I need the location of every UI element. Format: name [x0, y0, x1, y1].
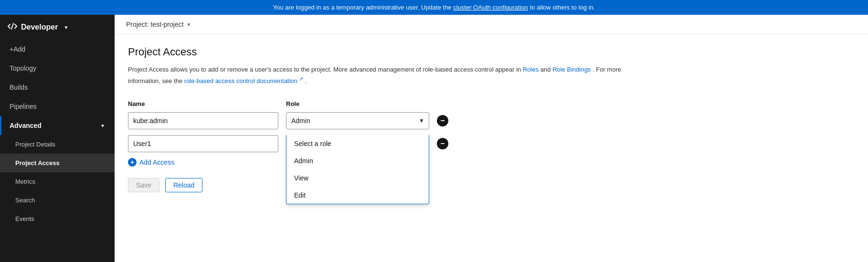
advanced-label: Advanced: [10, 122, 42, 129]
dev-icon: [8, 21, 17, 33]
role-dropdown-menu: Select a role Admin View Edit: [286, 135, 429, 204]
minus-icon-row1: −: [440, 117, 445, 125]
sidebar-item-events[interactable]: Events: [0, 210, 115, 228]
pipelines-label: Pipelines: [10, 103, 37, 110]
dropdown-option-view[interactable]: View: [286, 169, 429, 187]
reload-button[interactable]: Reload: [165, 178, 202, 192]
app-name: Developer: [21, 23, 58, 31]
desc-text-2: and: [540, 66, 552, 73]
main-content: Project: test-project ▼ Project Access P…: [115, 15, 868, 262]
col-name-header: Name: [128, 100, 145, 107]
option-label-admin: Admin: [294, 157, 313, 165]
project-dropdown-arrow-icon: ▼: [187, 22, 191, 27]
page-description: Project Access allows you to add or remo…: [128, 65, 653, 86]
remove-button-row1[interactable]: −: [437, 115, 448, 126]
sidebar-item-project-access[interactable]: Project Access: [0, 154, 115, 172]
table-headers: Name Role: [128, 100, 855, 107]
builds-label: Builds: [10, 84, 28, 91]
search-label: Search: [15, 197, 35, 204]
add-label: +Add: [10, 45, 25, 53]
name-input-row1[interactable]: [128, 112, 278, 129]
sidebar-item-builds[interactable]: Builds: [0, 78, 115, 97]
sidebar-item-topology[interactable]: Topology: [0, 59, 115, 78]
name-input-row2[interactable]: [128, 135, 278, 152]
project-details-label: Project Details: [15, 141, 55, 148]
sidebar-item-metrics[interactable]: Metrics: [0, 172, 115, 191]
dropdown-option-admin[interactable]: Admin: [286, 152, 429, 169]
metrics-label: Metrics: [15, 178, 35, 185]
sidebar-item-advanced[interactable]: Advanced ▼: [0, 116, 115, 135]
col-role-header: Role: [286, 100, 299, 107]
minus-icon-row2: −: [440, 140, 445, 147]
top-banner: You are logged in as a temporary adminis…: [0, 0, 868, 15]
roles-link[interactable]: Roles: [523, 66, 539, 73]
desc-text-4: .: [305, 77, 307, 84]
sidebar: Developer ▼ +Add Topology Builds Pipelin…: [0, 15, 115, 262]
svg-line-0: [11, 23, 13, 29]
plus-icon: +: [128, 158, 137, 167]
project-selector[interactable]: Project: test-project ▼: [115, 15, 868, 34]
role-bindings-link[interactable]: Role Bindings: [552, 66, 591, 73]
advanced-chevron-icon: ▼: [100, 123, 105, 128]
page-content: Project Access Project Access allows you…: [115, 34, 868, 262]
events-label: Events: [15, 215, 34, 222]
external-link-icon: ↗: [299, 76, 303, 82]
add-access-button[interactable]: + Add Access: [128, 158, 174, 167]
sidebar-item-add[interactable]: +Add: [0, 40, 115, 59]
app-chevron-icon: ▼: [64, 25, 68, 30]
dropdown-option-select-role[interactable]: Select a role: [286, 135, 429, 152]
banner-text: You are logged in as a temporary adminis…: [273, 4, 453, 11]
role-dropdown-container-row2: Edit Admin View ▼ Select a role Admin: [286, 135, 429, 152]
dropdown-option-edit[interactable]: Edit: [286, 187, 429, 204]
option-label-edit: Edit: [294, 191, 306, 199]
sidebar-item-pipelines[interactable]: Pipelines: [0, 97, 115, 116]
table-row: Edit Admin View ▼ Select a role Admin: [128, 135, 855, 152]
sidebar-item-search[interactable]: Search: [0, 191, 115, 210]
project-label: Project: test-project: [126, 21, 184, 28]
desc-text-1: Project Access allows you to add or remo…: [128, 66, 523, 73]
banner-text-after: to allow others to log in.: [530, 4, 595, 11]
action-buttons: Save Reload: [128, 178, 855, 192]
topology-label: Topology: [10, 64, 36, 72]
option-label-select-role: Select a role: [294, 140, 331, 147]
option-label-view: View: [294, 174, 308, 182]
oauth-config-link[interactable]: cluster OAuth configuration: [453, 4, 528, 11]
page-title: Project Access: [128, 46, 855, 58]
role-select-row1[interactable]: Admin View Edit: [286, 112, 429, 129]
sidebar-item-project-details[interactable]: Project Details: [0, 135, 115, 154]
rbac-docs-link[interactable]: role-based access control documentation …: [184, 77, 304, 84]
app-header[interactable]: Developer ▼: [0, 15, 115, 40]
table-row: Admin View Edit ▼ −: [128, 112, 855, 129]
project-access-label: Project Access: [15, 159, 60, 167]
remove-button-row2[interactable]: −: [437, 138, 448, 149]
role-select-wrapper-row1: Admin View Edit ▼: [286, 112, 429, 129]
add-access-label: Add Access: [139, 158, 174, 166]
save-button[interactable]: Save: [128, 178, 159, 192]
